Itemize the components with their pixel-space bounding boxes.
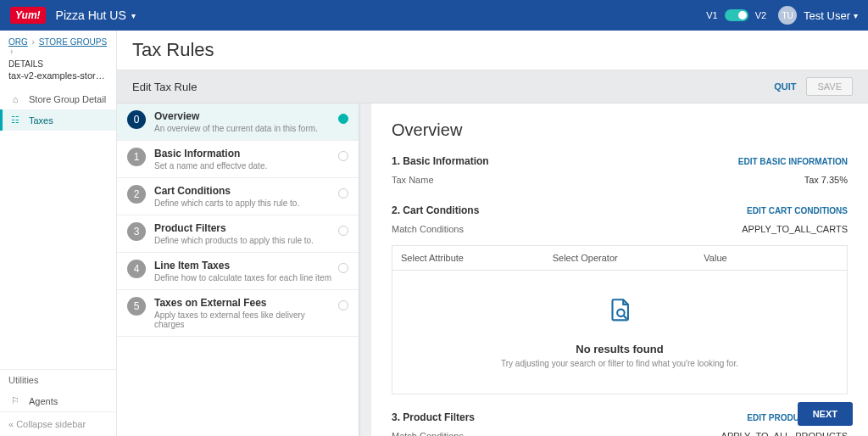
step-product-filters[interactable]: 3 Product Filters Define which products … [117, 215, 359, 253]
left-sidebar: ORG › STORE GROUPS › DETAILS tax-v2-exam… [0, 31, 117, 436]
match-conditions-label: Match Conditions [392, 224, 464, 234]
next-button[interactable]: NEXT [798, 402, 853, 426]
step-title: Line Item Taxes [154, 260, 333, 271]
col-value: Value [695, 246, 847, 270]
document-search-icon [401, 296, 838, 331]
conditions-table-header: Select Attribute Select Operator Value [392, 245, 848, 270]
empty-subtitle: Try adjusting your search or filter to f… [401, 359, 838, 368]
step-radio-icon [338, 300, 348, 310]
details-label: DETAILS [0, 59, 116, 69]
version-v1-label: V1 [706, 10, 717, 20]
user-avatar[interactable]: TU [778, 6, 797, 25]
sidebar-item-taxes[interactable]: ☷ Taxes [0, 109, 116, 131]
step-desc: Apply taxes to external fees like delive… [154, 310, 333, 329]
version-v2-label: V2 [755, 10, 766, 20]
step-cart-conditions[interactable]: 2 Cart Conditions Define which carts to … [117, 178, 359, 215]
step-title: Cart Conditions [154, 185, 333, 197]
collapse-sidebar[interactable]: « Collapse sidebar [0, 411, 116, 436]
empty-state: No results found Try adjusting your sear… [392, 270, 848, 394]
brand-name: Pizza Hut US [56, 8, 126, 22]
section-cart-conditions: 2. Cart Conditions EDIT CART CONDITIONS … [392, 204, 848, 394]
utilities-label: Utilities [0, 369, 116, 390]
step-radio-icon [338, 114, 348, 124]
step-number: 0 [127, 110, 146, 129]
edit-basic-info-link[interactable]: EDIT BASIC INFORMATION [738, 157, 848, 166]
step-radio-icon [338, 263, 348, 273]
overview-panel: Overview 1. Basic Information EDIT BASIC… [371, 103, 868, 436]
quit-button[interactable]: QUIT [774, 81, 796, 92]
chevron-right-icon: › [32, 37, 35, 47]
match-conditions-value: APPLY_TO_ALL_PRODUCTS [721, 431, 848, 436]
step-desc: Define which products to apply this rule… [154, 236, 333, 245]
section-product-filters: 3. Product Filters EDIT PRODUCT FILTERS … [392, 411, 848, 436]
brand-selector[interactable]: Pizza Hut US ▾ [56, 8, 136, 22]
top-header: Yum! Pizza Hut US ▾ V1 V2 TU Test User ▾ [0, 0, 868, 31]
section-title: 3. Product Filters [392, 411, 475, 423]
sidebar-item-label: Agents [29, 396, 58, 406]
step-radio-icon [338, 188, 348, 198]
details-name: tax-v2-examples-storeGrou... [0, 69, 116, 89]
step-line-item-taxes[interactable]: 4 Line Item Taxes Define how to calculat… [117, 253, 359, 290]
page-title: Tax Rules [117, 31, 868, 70]
section-title: 1. Basic Information [392, 155, 489, 167]
section-title: 2. Cart Conditions [392, 204, 479, 216]
empty-title: No results found [401, 343, 838, 355]
step-number: 3 [127, 222, 146, 241]
sidebar-item-store-group-detail[interactable]: ⌂ Store Group Detail [0, 89, 116, 109]
sidebar-item-label: Taxes [29, 115, 53, 126]
store-icon: ⌂ [8, 94, 22, 104]
step-title: Taxes on External Fees [154, 297, 333, 309]
taxes-icon: ☷ [8, 115, 22, 126]
user-name[interactable]: Test User [804, 9, 850, 22]
step-title: Product Filters [154, 222, 333, 234]
agents-icon: ⚐ [8, 395, 22, 406]
breadcrumb: ORG › STORE GROUPS › [0, 31, 116, 59]
caret-down-icon: ▾ [854, 11, 858, 20]
step-title: Basic Information [154, 148, 333, 159]
tax-name-label: Tax Name [392, 175, 434, 185]
step-number: 4 [127, 260, 146, 278]
step-desc: Define how to calculate taxes for each l… [154, 273, 333, 282]
step-number: 1 [127, 148, 146, 166]
version-toggle[interactable] [725, 9, 748, 21]
edit-cart-conditions-link[interactable]: EDIT CART CONDITIONS [747, 206, 848, 215]
section-basic-info: 1. Basic Information EDIT BASIC INFORMAT… [392, 155, 848, 187]
col-attribute: Select Attribute [392, 246, 544, 270]
step-desc: Set a name and effectve date. [154, 161, 333, 170]
step-desc: An overview of the current data in this … [154, 124, 333, 133]
step-desc: Define which carts to apply this rule to… [154, 198, 333, 208]
step-external-fees[interactable]: 5 Taxes on External Fees Apply taxes to … [117, 290, 359, 337]
save-button[interactable]: SAVE [806, 77, 853, 96]
match-conditions-label: Match Conditions [392, 431, 464, 436]
caret-down-icon: ▾ [131, 11, 136, 20]
step-number: 2 [127, 185, 146, 204]
main-content: Tax Rules Edit Tax Rule QUIT SAVE 0 Over… [117, 31, 868, 436]
step-title: Overview [154, 110, 333, 122]
brand-logo: Yum! [10, 7, 46, 24]
match-conditions-value: APPLY_TO_ALL_CARTS [742, 224, 848, 234]
overview-title: Overview [392, 120, 848, 140]
svg-point-0 [617, 310, 625, 317]
breadcrumb-org[interactable]: ORG [8, 37, 28, 47]
chevron-right-icon: › [10, 47, 13, 56]
step-basic-info[interactable]: 1 Basic Information Set a name and effec… [117, 141, 359, 178]
sidebar-item-label: Store Group Detail [29, 94, 106, 104]
col-operator: Select Operator [544, 246, 696, 270]
breadcrumb-store-groups[interactable]: STORE GROUPS [39, 37, 107, 47]
step-radio-icon [338, 226, 348, 236]
step-radio-icon [338, 151, 348, 161]
step-list: 0 Overview An overview of the current da… [117, 103, 359, 436]
step-number: 5 [127, 297, 146, 316]
edit-label: Edit Tax Rule [132, 81, 197, 93]
tax-name-value: Tax 7.35% [804, 175, 848, 185]
edit-bar: Edit Tax Rule QUIT SAVE [117, 70, 868, 103]
step-overview[interactable]: 0 Overview An overview of the current da… [117, 103, 359, 141]
sidebar-item-agents[interactable]: ⚐ Agents [0, 390, 116, 411]
